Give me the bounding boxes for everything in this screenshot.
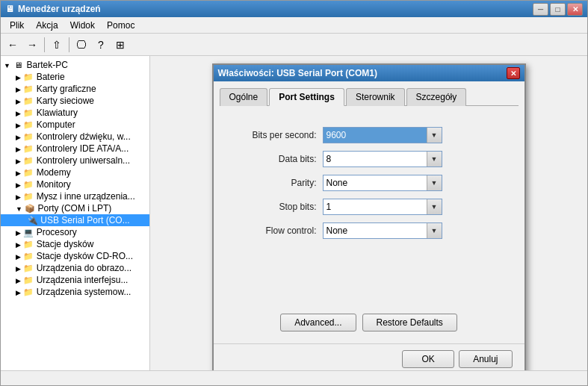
properties-dialog: Właściwości: USB Serial Port (COM1) ✕ Og… (212, 63, 526, 370)
help-button[interactable]: ? (92, 36, 110, 54)
toolbar-separator-2 (69, 37, 69, 52)
dialog-content: Ogólne Port Settings Sterownik Szczegóły… (214, 81, 524, 343)
flow-control-select[interactable]: None (323, 222, 442, 239)
dialog-buttons-area: Advanced... Restore Defaults (220, 308, 519, 337)
menu-action[interactable]: Akcja (30, 19, 64, 32)
content-area: ▼ 🖥 Bartek-PC ▶ 📁 Baterie▶ 📁 Karty grafi… (1, 56, 587, 370)
app-title: Menedżer urządzeń (18, 4, 101, 14)
tree-root[interactable]: ▼ 🖥 Bartek-PC (1, 59, 149, 71)
tree-item[interactable]: ▶ 📁 Komputer (1, 119, 149, 131)
stop-bits-row: Stop bits: 1 ▼ (235, 199, 504, 215)
forward-button[interactable]: → (23, 36, 41, 54)
tree-item[interactable]: ▶ 📁 Mysz i inne urządzenia... (1, 190, 149, 202)
flow-control-label: Flow control: (235, 225, 317, 236)
tree-item[interactable]: ▶ 📁 Karty graficzne (1, 83, 149, 95)
up-button[interactable]: ⇧ (48, 36, 66, 54)
sidebar-tree[interactable]: ▼ 🖥 Bartek-PC ▶ 📁 Baterie▶ 📁 Karty grafi… (1, 56, 150, 370)
tree-item[interactable]: ▶ 📁 Kontrolery uniwersaln... (1, 155, 149, 166)
close-button[interactable]: ✕ (567, 3, 583, 16)
main-window: 🖥 Menedżer urządzeń ─ □ ✕ Plik Akcja Wid… (0, 0, 588, 386)
bits-per-second-label: Bits per second: (235, 130, 317, 140)
tree-item[interactable]: ▶ 💻 Procesory (1, 226, 149, 238)
dialog-overlay: Właściwości: USB Serial Port (COM1) ✕ Og… (150, 56, 587, 370)
root-icon: 🖥 (14, 60, 22, 69)
form-area: Bits per second: 9600 ▼ Data (220, 115, 519, 308)
tab-port-settings[interactable]: Port Settings (269, 88, 344, 106)
restore-defaults-button[interactable]: Restore Defaults (362, 314, 457, 331)
tree-root-label: Bartek-PC (27, 60, 68, 70)
tab-general[interactable]: Ogólne (220, 88, 268, 106)
data-bits-row: Data bits: 8 ▼ (235, 151, 504, 167)
tree-item[interactable]: ▶ 📁 Stacje dysków (1, 238, 149, 250)
menu-bar: Plik Akcja Widok Pomoc (1, 17, 587, 34)
tree-items-container: ▶ 📁 Baterie▶ 📁 Karty graficzne▶ 📁 Karty … (1, 71, 149, 298)
app-icon: 🖥 (5, 4, 14, 14)
tree-item[interactable]: ▶ 📁 Urządzenia do obrazo... (1, 262, 149, 274)
tree-item[interactable]: ▶ 📁 Kontrolery dźwięku, w... (1, 131, 149, 143)
tree-item[interactable]: ▶ 📁 Urządzenia systemow... (1, 286, 149, 298)
tree-item[interactable]: ▶ 📁 Stacje dysków CD-RO... (1, 250, 149, 262)
data-bits-select[interactable]: 8 (323, 151, 442, 167)
tree-item[interactable]: ▶ 📁 Urządzenia interfejsu... (1, 274, 149, 286)
bits-per-second-row: Bits per second: 9600 ▼ (235, 127, 504, 143)
toolbar: ← → ⇧ 🖵 ? ⊞ (1, 34, 587, 56)
tree-item[interactable]: 🔌 USB Serial Port (CO... (1, 214, 149, 226)
dialog-title: Właściwości: USB Serial Port (COM1) (218, 68, 377, 78)
title-bar: 🖥 Menedżer urządzeń ─ □ ✕ (1, 1, 587, 17)
tree-item[interactable]: ▶ 📁 Kontrolery IDE ATA/A... (1, 143, 149, 155)
data-bits-label: Data bits: (235, 154, 317, 164)
tree-item[interactable]: ▶ 📁 Baterie (1, 71, 149, 83)
refresh-button[interactable]: 🖵 (72, 36, 90, 54)
cancel-button[interactable]: Anuluj (459, 350, 512, 368)
title-bar-title: 🖥 Menedżer urządzeń (5, 4, 101, 14)
flow-control-row: Flow control: None ▼ (235, 222, 504, 239)
status-bar (1, 370, 587, 385)
back-button[interactable]: ← (4, 36, 22, 54)
flow-control-wrapper: None ▼ (323, 222, 442, 239)
bits-per-second-select[interactable]: 9600 (323, 127, 442, 143)
ok-button[interactable]: OK (402, 350, 454, 368)
tree-item[interactable]: ▶ 📁 Monitory (1, 178, 149, 190)
toolbar-separator-1 (44, 37, 45, 52)
tab-bar: Ogólne Port Settings Sterownik Szczegóły (220, 87, 519, 106)
bits-per-second-wrapper: 9600 ▼ (323, 127, 442, 143)
root-arrow: ▼ (4, 62, 10, 69)
tab-details[interactable]: Szczegóły (406, 88, 467, 106)
data-bits-wrapper: 8 ▼ (323, 151, 442, 167)
parity-label: Parity: (235, 178, 317, 188)
stop-bits-label: Stop bits: (235, 202, 317, 212)
dialog-title-bar: Właściwości: USB Serial Port (COM1) ✕ (214, 65, 524, 81)
tree-item[interactable]: ▶ 📁 Karty sieciowe (1, 95, 149, 107)
properties-button[interactable]: ⊞ (111, 36, 129, 54)
parity-select[interactable]: None (323, 175, 442, 191)
tree-item[interactable]: ▶ 📁 Modemy (1, 166, 149, 178)
tree-item[interactable]: ▼ 📦 Porty (COM i LPT) (1, 202, 149, 214)
title-bar-controls: ─ □ ✕ (533, 3, 583, 16)
dialog-close-button[interactable]: ✕ (507, 67, 520, 79)
menu-view[interactable]: Widok (64, 19, 101, 32)
menu-help[interactable]: Pomoc (101, 19, 140, 32)
maximize-button[interactable]: □ (550, 3, 566, 16)
stop-bits-select[interactable]: 1 (323, 199, 442, 215)
parity-row: Parity: None ▼ (235, 175, 504, 191)
dialog-footer: OK Anuluj (214, 343, 524, 370)
menu-file[interactable]: Plik (4, 19, 30, 32)
stop-bits-wrapper: 1 ▼ (323, 199, 442, 215)
tree-item[interactable]: ▶ 📁 Klawiatury (1, 107, 149, 119)
tab-driver[interactable]: Sterownik (346, 88, 405, 106)
minimize-button[interactable]: ─ (533, 3, 548, 16)
parity-wrapper: None ▼ (323, 175, 442, 191)
main-content: Właściwości: USB Serial Port (COM1) ✕ Og… (150, 56, 587, 370)
advanced-button[interactable]: Advanced... (280, 314, 356, 331)
